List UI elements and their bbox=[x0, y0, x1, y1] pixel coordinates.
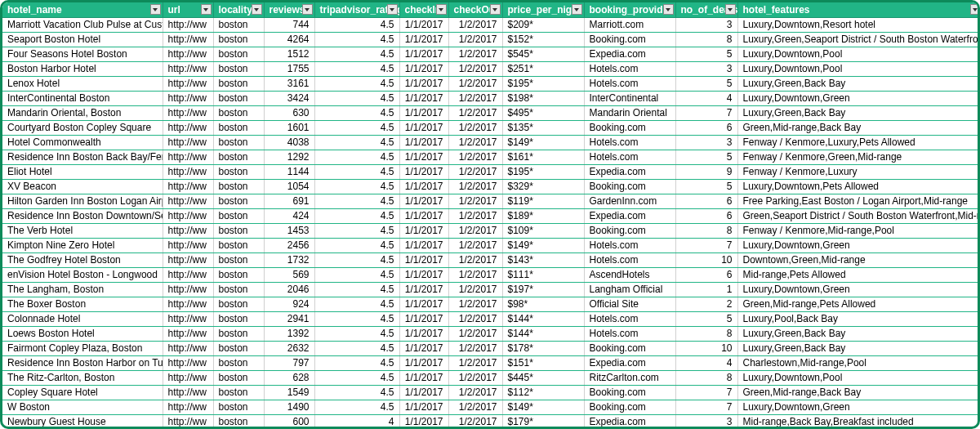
cell-checkOut[interactable]: 1/2/2017 bbox=[448, 283, 502, 297]
cell-url[interactable]: http://ww bbox=[163, 224, 213, 239]
cell-checkIn[interactable]: 1/1/2017 bbox=[399, 371, 448, 386]
cell-no_of_deals[interactable]: 7 bbox=[675, 400, 737, 415]
cell-checkIn[interactable]: 1/1/2017 bbox=[399, 47, 448, 62]
cell-checkIn[interactable]: 1/1/2017 bbox=[399, 415, 448, 430]
cell-url[interactable]: http://ww bbox=[163, 47, 213, 62]
cell-reviews[interactable]: 424 bbox=[264, 209, 314, 224]
table-row[interactable]: Loews Boston Hotelhttp://wwboston13924.5… bbox=[2, 327, 980, 342]
cell-checkIn[interactable]: 1/1/2017 bbox=[399, 239, 448, 253]
cell-tripadvisor_rating[interactable]: 4.5 bbox=[314, 312, 399, 327]
table-row[interactable]: Colonnade Hotelhttp://wwboston29414.51/1… bbox=[2, 312, 980, 327]
cell-checkIn[interactable]: 1/1/2017 bbox=[399, 209, 448, 224]
cell-url[interactable]: http://ww bbox=[163, 327, 213, 342]
cell-tripadvisor_rating[interactable]: 4.5 bbox=[314, 33, 399, 47]
cell-booking_provider[interactable]: Langham Official bbox=[584, 283, 675, 297]
cell-locality[interactable]: boston bbox=[213, 47, 264, 62]
cell-url[interactable]: http://ww bbox=[163, 92, 213, 106]
cell-checkIn[interactable]: 1/1/2017 bbox=[399, 312, 448, 327]
cell-price_per_night[interactable]: $445* bbox=[502, 371, 584, 386]
cell-url[interactable]: http://ww bbox=[163, 312, 213, 327]
cell-checkIn[interactable]: 1/1/2017 bbox=[399, 224, 448, 239]
cell-url[interactable]: http://ww bbox=[163, 342, 213, 356]
cell-no_of_deals[interactable]: 5 bbox=[675, 180, 737, 194]
cell-hotel_name[interactable]: Loews Boston Hotel bbox=[2, 327, 163, 342]
cell-locality[interactable]: boston bbox=[213, 180, 264, 194]
cell-no_of_deals[interactable]: 3 bbox=[675, 415, 737, 430]
cell-locality[interactable]: boston bbox=[213, 342, 264, 356]
cell-hotel_name[interactable]: Boston Harbor Hotel bbox=[2, 62, 163, 77]
cell-no_of_deals[interactable]: 3 bbox=[675, 18, 737, 33]
cell-booking_provider[interactable]: AscendHotels bbox=[584, 268, 675, 283]
cell-price_per_night[interactable]: $198* bbox=[502, 92, 584, 106]
cell-booking_provider[interactable]: Booking.com bbox=[584, 121, 675, 136]
filter-dropdown-icon[interactable] bbox=[970, 4, 981, 15]
cell-url[interactable]: http://ww bbox=[163, 33, 213, 47]
cell-locality[interactable]: boston bbox=[213, 253, 264, 268]
cell-reviews[interactable]: 1755 bbox=[264, 62, 314, 77]
cell-reviews[interactable]: 1144 bbox=[264, 165, 314, 180]
table-row[interactable]: Hotel Commonwealthhttp://wwboston40384.5… bbox=[2, 136, 980, 150]
filter-dropdown-icon[interactable] bbox=[150, 4, 161, 15]
filter-dropdown-icon[interactable] bbox=[490, 4, 501, 15]
cell-tripadvisor_rating[interactable]: 4.5 bbox=[314, 283, 399, 297]
cell-checkOut[interactable]: 1/2/2017 bbox=[448, 92, 502, 106]
cell-url[interactable]: http://ww bbox=[163, 253, 213, 268]
cell-booking_provider[interactable]: Booking.com bbox=[584, 400, 675, 415]
cell-tripadvisor_rating[interactable]: 4.5 bbox=[314, 77, 399, 92]
cell-hotel_name[interactable]: Residence Inn Boston Harbor on Tudor bbox=[2, 356, 163, 371]
column-header-reviews[interactable]: reviews bbox=[264, 2, 314, 18]
cell-url[interactable]: http://ww bbox=[163, 283, 213, 297]
cell-checkOut[interactable]: 1/2/2017 bbox=[448, 371, 502, 386]
cell-checkOut[interactable]: 1/2/2017 bbox=[448, 165, 502, 180]
cell-checkIn[interactable]: 1/1/2017 bbox=[399, 327, 448, 342]
cell-checkIn[interactable]: 1/1/2017 bbox=[399, 194, 448, 209]
cell-reviews[interactable]: 4038 bbox=[264, 136, 314, 150]
cell-price_per_night[interactable]: $209* bbox=[502, 18, 584, 33]
cell-hotel_features[interactable]: Luxury,Downtown,Pool bbox=[737, 47, 980, 62]
cell-booking_provider[interactable]: GardenInn.com bbox=[584, 194, 675, 209]
cell-price_per_night[interactable]: $189* bbox=[502, 209, 584, 224]
cell-hotel_features[interactable]: Luxury,Pool,Back Bay bbox=[737, 312, 980, 327]
cell-checkOut[interactable]: 1/2/2017 bbox=[448, 327, 502, 342]
cell-hotel_features[interactable]: Mid-range,Back Bay,Breakfast included bbox=[737, 415, 980, 430]
cell-price_per_night[interactable]: $151* bbox=[502, 356, 584, 371]
table-row[interactable]: Lenox Hotelhttp://wwboston31614.51/1/201… bbox=[2, 77, 980, 92]
cell-hotel_name[interactable]: W Boston bbox=[2, 400, 163, 415]
cell-url[interactable]: http://ww bbox=[163, 356, 213, 371]
cell-price_per_night[interactable]: $195* bbox=[502, 77, 584, 92]
table-row[interactable]: Residence Inn Boston Harbor on Tudorhttp… bbox=[2, 356, 980, 371]
cell-booking_provider[interactable]: Hotels.com bbox=[584, 77, 675, 92]
cell-checkIn[interactable]: 1/1/2017 bbox=[399, 342, 448, 356]
cell-no_of_deals[interactable]: 8 bbox=[675, 224, 737, 239]
cell-tripadvisor_rating[interactable]: 4.5 bbox=[314, 342, 399, 356]
table-row[interactable]: Courtyard Boston Copley Squarehttp://wwb… bbox=[2, 121, 980, 136]
cell-price_per_night[interactable]: $149* bbox=[502, 400, 584, 415]
cell-tripadvisor_rating[interactable]: 4.5 bbox=[314, 327, 399, 342]
cell-no_of_deals[interactable]: 8 bbox=[675, 33, 737, 47]
cell-locality[interactable]: boston bbox=[213, 18, 264, 33]
column-header-checkIn[interactable]: checkIn bbox=[399, 2, 448, 18]
cell-hotel_name[interactable]: Eliot Hotel bbox=[2, 165, 163, 180]
table-row[interactable]: Seaport Boston Hotelhttp://wwboston42644… bbox=[2, 33, 980, 47]
cell-locality[interactable]: boston bbox=[213, 297, 264, 312]
cell-price_per_night[interactable]: $152* bbox=[502, 33, 584, 47]
cell-tripadvisor_rating[interactable]: 4.5 bbox=[314, 150, 399, 165]
cell-locality[interactable]: boston bbox=[213, 92, 264, 106]
cell-tripadvisor_rating[interactable]: 4.5 bbox=[314, 47, 399, 62]
cell-hotel_name[interactable]: Copley Square Hotel bbox=[2, 386, 163, 400]
cell-checkOut[interactable]: 1/2/2017 bbox=[448, 400, 502, 415]
cell-locality[interactable]: boston bbox=[213, 165, 264, 180]
cell-hotel_features[interactable]: Luxury,Green,Back Bay bbox=[737, 342, 980, 356]
cell-locality[interactable]: boston bbox=[213, 371, 264, 386]
cell-checkIn[interactable]: 1/1/2017 bbox=[399, 150, 448, 165]
cell-hotel_features[interactable]: Fenway / Kenmore,Green,Mid-range bbox=[737, 150, 980, 165]
cell-locality[interactable]: boston bbox=[213, 136, 264, 150]
cell-hotel_features[interactable]: Fenway / Kenmore,Luxury,Pets Allowed bbox=[737, 136, 980, 150]
cell-booking_provider[interactable]: Booking.com bbox=[584, 224, 675, 239]
cell-checkOut[interactable]: 1/2/2017 bbox=[448, 121, 502, 136]
column-header-locality[interactable]: locality bbox=[213, 2, 264, 18]
cell-tripadvisor_rating[interactable]: 4.5 bbox=[314, 92, 399, 106]
table-row[interactable]: Eliot Hotelhttp://wwboston11444.51/1/201… bbox=[2, 165, 980, 180]
cell-reviews[interactable]: 1549 bbox=[264, 386, 314, 400]
cell-hotel_features[interactable]: Fenway / Kenmore,Mid-range,Pool bbox=[737, 224, 980, 239]
